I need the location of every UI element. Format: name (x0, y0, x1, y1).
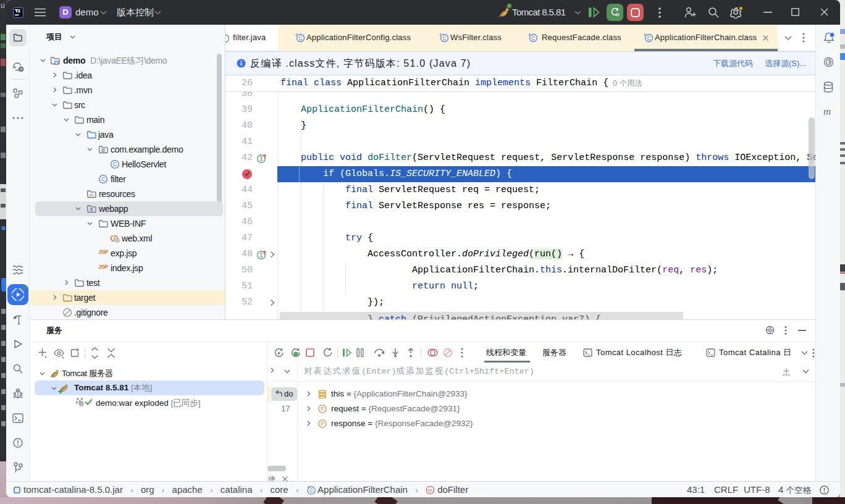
svg-text:?: ? (20, 67, 23, 72)
svg-text:P: P (321, 406, 324, 412)
svg-text:C: C (442, 35, 446, 41)
svg-text:C: C (309, 487, 313, 494)
svg-text:C: C (647, 35, 650, 41)
svg-text:m: m (428, 487, 432, 494)
svg-text:C: C (298, 35, 302, 41)
svg-text:C: C (113, 161, 117, 167)
svg-text:C: C (101, 176, 106, 182)
svg-text:C: C (531, 35, 535, 41)
svg-text:P: P (321, 421, 324, 427)
